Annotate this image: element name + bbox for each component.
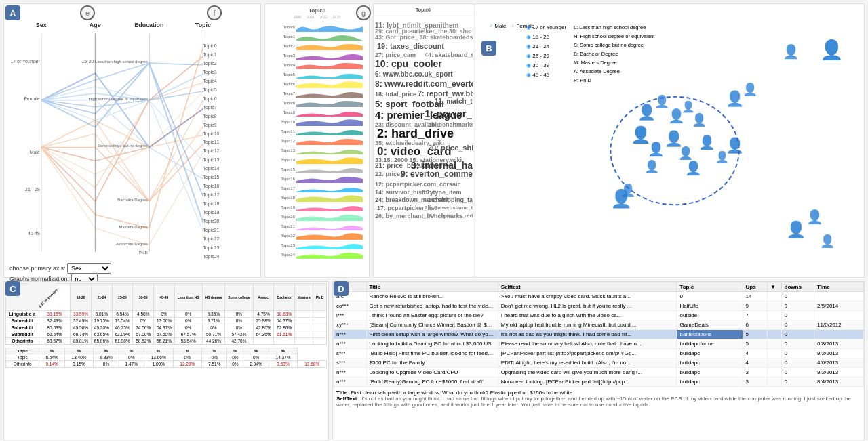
topic-col-2: %	[64, 348, 94, 354]
svg-text:Topic10: Topic10	[203, 131, 219, 137]
table-row[interactable]: n*** [Build Ready]Gaming PC for ~$1000, …	[334, 377, 864, 387]
svg-text:15-20: 15-20	[82, 59, 94, 64]
cell-downs: 0	[781, 301, 814, 311]
table-row[interactable]: i*** I think I found an Easter egg: pict…	[334, 311, 864, 320]
cell-time: 11/0/2012	[814, 320, 864, 330]
sparklines-svg: Topic0 Topic1 Topic2 Topic3 Topic4 Topic…	[267, 20, 372, 260]
table-scroll-container[interactable]: User Title Selftext Topic Ups ▼ downs Ti…	[333, 282, 864, 440]
word-31: 16: shipping_taxes	[428, 196, 473, 203]
svg-text:Topic20: Topic20	[281, 215, 295, 219]
table-row[interactable]: co*** Got a new refurbished laptop, had …	[334, 301, 864, 311]
cell-topic: buildapc	[677, 349, 743, 358]
panel-a-label: A	[5, 5, 20, 20]
cell: 3.53%	[269, 361, 298, 368]
svg-text:Topic16: Topic16	[281, 177, 295, 181]
cell-selftext: Upgrading the video card will give you m…	[498, 368, 677, 377]
cell-topic: 0	[677, 292, 743, 301]
table-row[interactable]: xy*** [Steam] Community Choice Winner: B…	[334, 320, 864, 330]
table-row[interactable]: arc Rancho Relovo is still broken... >Yo…	[334, 292, 864, 301]
cell-time: 9/2/2013	[814, 368, 864, 377]
row-label-sub2: Subreddit	[6, 324, 39, 331]
cell-user: n***	[334, 368, 367, 377]
cell: 62.54%	[39, 331, 71, 338]
svg-text:Less than high school degree: Less than high school degree	[95, 60, 148, 64]
matrix-scroll[interactable]: ≤ 17 or younger 18-20 21-24 25-29 30-39 …	[4, 282, 328, 440]
primary-axis-select[interactable]: SexAgeEducationTopic	[67, 263, 111, 274]
cell-title: [Steam] Community Choice Winner: Bastion…	[366, 320, 498, 330]
word-11: 7: report_ww.bbc.co.uk	[418, 89, 473, 98]
cell: 49.50%	[71, 324, 92, 331]
word-27: 12: pcpartpicker.com_corsair	[375, 181, 460, 188]
word-21: 20: price_shipping	[428, 144, 473, 152]
word-3: 43: Got: price_ 38: skateboardedslme	[375, 34, 473, 41]
cell: 4.50%	[133, 311, 154, 318]
table-row[interactable]: n*** First clean setup with a large wind…	[334, 330, 864, 339]
panel-b: ♂ Male ♀ Female ◉ 17 or Younger ◉ 18 - 2…	[475, 3, 865, 278]
cell	[295, 324, 313, 331]
word-33: 26: thewebslame_todd_mlnmle	[425, 205, 473, 211]
table-row[interactable]: s*** [Build Help] First time PC builder,…	[334, 349, 864, 358]
word-18: 2: hard_drive	[377, 127, 454, 141]
selftext-label: SelfText:	[336, 396, 359, 402]
cell: 0%	[173, 354, 202, 361]
table-row[interactable]: n*** Looking to build a Gaming PC for ab…	[334, 339, 864, 349]
col-downs[interactable]: downs	[781, 282, 814, 292]
col-time[interactable]: Time	[814, 282, 864, 292]
axis-topic: Topic	[195, 22, 211, 28]
word-13: 11: match_thread	[435, 98, 473, 105]
cell-selftext: It's not as bad as you might think. I ha…	[498, 330, 677, 339]
cell-ups: 7	[743, 311, 767, 320]
cell: 1.09%	[144, 361, 173, 368]
topic-col-7: %	[202, 348, 227, 354]
svg-text:Topic1: Topic1	[283, 35, 296, 39]
topic-label: Topic	[6, 354, 39, 361]
cell-time: 9/2/2013	[814, 349, 864, 358]
svg-text:Topic1: Topic1	[203, 52, 216, 58]
matrix-row-subreddit3: Subreddit 62.54% 60.74% 63.65% 62.09% 57…	[6, 331, 327, 338]
word-26: 9: everton_comments	[401, 169, 473, 179]
word-4: 19: taxes_discount	[377, 42, 444, 50]
col-topic[interactable]: Topic	[677, 282, 743, 292]
svg-text:👤: 👤	[678, 146, 694, 161]
cell: 0%	[227, 354, 243, 361]
svg-text:Topic16: Topic16	[203, 184, 219, 189]
svg-text:Topic23: Topic23	[203, 245, 219, 251]
cell: 62.09%	[112, 331, 133, 338]
cell-topic: buildapcforme	[677, 339, 743, 349]
col-ups[interactable]: Ups	[743, 282, 767, 292]
panel-d: User Title Selftext Topic Ups ▼ downs Ti…	[332, 281, 865, 440]
col-h12: Masters	[295, 284, 313, 311]
panel-e-label: e	[80, 5, 95, 20]
col-h13: Ph.D	[313, 284, 327, 311]
word-7: 10: cpu_cooler	[375, 58, 442, 69]
table-row[interactable]: n*** Looking to Upgrade Video Card/CPU U…	[334, 368, 864, 377]
cell: 57.42%	[225, 331, 253, 338]
primary-axis-label: choose primary axis:	[9, 265, 66, 272]
col-selftext[interactable]: Selftext	[498, 282, 677, 292]
cell: 13.06%	[154, 318, 175, 324]
cell-topic: buildapc	[677, 358, 743, 368]
svg-text:Topic2: Topic2	[283, 44, 296, 48]
col-title[interactable]: Title	[366, 282, 498, 292]
svg-text:Topic8: Topic8	[283, 101, 296, 105]
svg-text:Topic0: Topic0	[203, 43, 216, 49]
cell-title: Rancho Relovo is still broken...	[366, 292, 498, 301]
cell-user: s***	[334, 358, 367, 368]
word-10: 18: total_price	[375, 91, 416, 98]
svg-text:Topic19: Topic19	[203, 210, 219, 215]
svg-text:Topic21: Topic21	[203, 228, 219, 233]
word-6: 44: skateboard_slme	[425, 51, 473, 58]
svg-text:Topic4: Topic4	[203, 79, 216, 84]
table-row[interactable]: s*** $500 PC for the Family EDIT: Alrigh…	[334, 358, 864, 368]
svg-text:Topic15: Topic15	[203, 175, 219, 180]
cell: 2.94%	[243, 361, 269, 368]
svg-text:👤: 👤	[726, 136, 745, 154]
col-sort-indicator[interactable]: ▼	[767, 282, 781, 292]
cell-ups: 14	[743, 292, 767, 301]
svg-text:👤: 👤	[685, 160, 702, 176]
svg-text:40-49: 40-49	[28, 231, 40, 236]
cell: 0%	[225, 318, 253, 324]
svg-text:Topic24: Topic24	[281, 253, 295, 257]
data-table: User Title Selftext Topic Ups ▼ downs Ti…	[333, 282, 864, 387]
col-h9: Some college	[225, 284, 253, 311]
